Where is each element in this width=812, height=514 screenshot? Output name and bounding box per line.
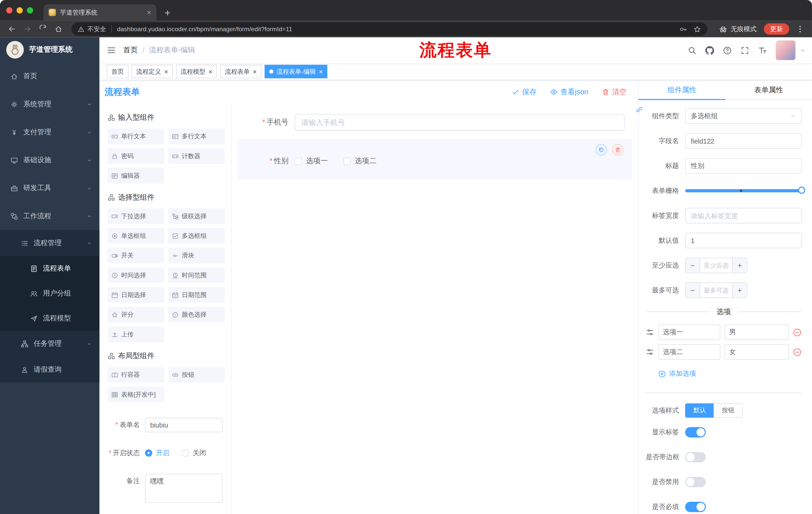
sidebar-item-task-management[interactable]: 任务管理	[0, 331, 99, 357]
browser-home-button[interactable]	[52, 22, 65, 36]
sidebar-item-leave-query[interactable]: 请假查询	[0, 357, 99, 382]
view-tag-process-form-edit[interactable]: 流程表单-编辑×	[265, 65, 328, 78]
title-input[interactable]	[685, 158, 802, 174]
max-decrease-button[interactable]: −	[686, 283, 700, 297]
form-name-input[interactable]	[145, 418, 223, 432]
drag-handle[interactable]	[646, 348, 654, 356]
save-button[interactable]: 保存	[512, 87, 536, 97]
breadcrumb-home[interactable]: 首页	[123, 46, 138, 55]
component-chip-row-container[interactable]: 行容器	[108, 367, 164, 382]
sidebar-item-system-management[interactable]: 系统管理	[0, 90, 99, 118]
component-chip-color-picker[interactable]: 颜色选择	[168, 307, 225, 322]
sidebar-item-process-model[interactable]: 流程模型	[0, 306, 99, 331]
min-decrease-button[interactable]: −	[686, 258, 700, 273]
component-chip-switch[interactable]: 开关	[108, 248, 164, 263]
close-window-button[interactable]	[6, 7, 12, 13]
slider-handle[interactable]	[798, 187, 805, 194]
toggle-required[interactable]	[685, 502, 706, 512]
component-chip-slider[interactable]: 滑块	[168, 248, 225, 263]
toggle-border[interactable]	[685, 452, 706, 462]
component-chip-password[interactable]: 密码	[108, 148, 164, 164]
close-tag-icon[interactable]: ×	[319, 68, 323, 75]
default-value-input[interactable]	[685, 233, 802, 248]
option-style-default[interactable]: 默认	[685, 403, 714, 418]
phone-input[interactable]	[295, 114, 625, 131]
sidebar-item-payment-management[interactable]: 支付管理	[0, 118, 99, 146]
tab-component-props[interactable]: 组件属性	[638, 80, 725, 99]
status-radio-on[interactable]: 开启	[145, 449, 169, 458]
add-option-button[interactable]: 添加选项	[658, 369, 696, 378]
component-chip-checkbox-group[interactable]: 多选框组	[168, 228, 225, 244]
option-label-input[interactable]	[658, 324, 720, 340]
question-button[interactable]	[723, 46, 732, 55]
checkbox-box[interactable]	[343, 158, 351, 165]
form-remark-textarea[interactable]: 嘿嘿	[145, 474, 223, 503]
component-chip-counter[interactable]: 计数器	[168, 148, 225, 164]
back-button[interactable]	[5, 22, 19, 36]
field-name-input[interactable]	[685, 133, 802, 149]
tab-close-icon[interactable]: ×	[147, 9, 151, 16]
password-manager-icon[interactable]	[679, 25, 687, 33]
label-width-input[interactable]	[685, 208, 802, 223]
update-button[interactable]: 更新	[764, 23, 789, 35]
browser-tab[interactable]: 芋道管理系统 ×	[44, 4, 156, 21]
component-chip-radio-group[interactable]: 单选框组	[108, 228, 164, 244]
bookmark-icon[interactable]	[693, 25, 701, 33]
sidebar-item-infrastructure[interactable]: 基础设施	[0, 146, 99, 174]
fullscreen-button[interactable]	[741, 46, 749, 55]
component-chip-time-picker[interactable]: 时间选择	[108, 268, 164, 283]
browser-menu-button[interactable]	[793, 22, 807, 36]
tab-form-props[interactable]: 表单属性	[725, 80, 812, 99]
view-tag-process-form[interactable]: 流程表单×	[220, 65, 261, 78]
close-tag-icon[interactable]: ×	[164, 68, 168, 75]
component-chip-multi-text[interactable]: 多行文本	[168, 129, 225, 144]
component-chip-table[interactable]: 表格[开发中]	[108, 387, 164, 402]
option-value-input[interactable]	[725, 344, 789, 360]
option-value-input[interactable]	[725, 324, 789, 340]
component-chip-cascader[interactable]: 级联选择	[168, 209, 225, 224]
view-tag-process-definition[interactable]: 流程定义×	[132, 65, 173, 78]
option-label-input[interactable]	[658, 344, 720, 360]
component-chip-select[interactable]: 下拉选择	[108, 209, 164, 224]
component-chip-rate[interactable]: 评分	[108, 307, 164, 322]
option-style-button[interactable]: 按钮	[714, 403, 743, 418]
sidebar-item-dev-tools[interactable]: 研发工具	[0, 174, 99, 202]
component-chip-editor[interactable]: 编辑器	[108, 168, 164, 184]
sidebar-item-process-form[interactable]: 流程表单	[0, 256, 99, 281]
user-avatar[interactable]	[776, 40, 795, 60]
view-json-button[interactable]: 查看json	[550, 87, 588, 97]
doc-link-button[interactable]	[634, 104, 644, 114]
sidebar-toggle-button[interactable]	[99, 46, 123, 55]
canvas-field-gender[interactable]: *性别 选项一选项二	[238, 139, 632, 179]
component-chip-date-range[interactable]: 日期范围	[168, 287, 225, 303]
component-chip-button[interactable]: 按钮	[168, 367, 225, 382]
sidebar-item-home[interactable]: 首页	[0, 62, 99, 90]
max-increase-button[interactable]: +	[732, 283, 747, 297]
address-bar[interactable]: 不安全 dashboard.yudao.iocoder.cn/bpm/manag…	[71, 22, 707, 36]
drag-handle[interactable]	[646, 328, 654, 336]
close-tag-icon[interactable]: ×	[253, 68, 257, 75]
component-chip-date-picker[interactable]: 日期选择	[108, 287, 164, 303]
remove-option-button[interactable]	[793, 348, 802, 356]
duplicate-field-button[interactable]	[596, 144, 607, 155]
github-button[interactable]	[705, 46, 714, 55]
avatar-caret-icon[interactable]	[800, 48, 806, 53]
toggle-disabled[interactable]	[685, 477, 706, 487]
search-button[interactable]	[688, 46, 696, 55]
checkbox-option[interactable]: 选项一	[295, 156, 328, 166]
status-radio-off[interactable]: 关闭	[182, 449, 206, 458]
component-chip-single-text[interactable]: 单行文本	[108, 129, 164, 144]
toggle-show-label[interactable]	[685, 427, 706, 437]
reload-button[interactable]	[36, 22, 50, 36]
minimize-window-button[interactable]	[17, 7, 23, 13]
forward-button[interactable]	[21, 22, 34, 36]
view-tag-process-model[interactable]: 流程模型×	[176, 65, 217, 78]
clear-button[interactable]: 清空	[602, 87, 627, 97]
component-chip-upload[interactable]: 上传	[108, 327, 164, 342]
delete-field-button[interactable]	[612, 144, 623, 155]
maximize-window-button[interactable]	[27, 7, 33, 13]
checkbox-option[interactable]: 选项二	[343, 156, 377, 166]
view-tag-home[interactable]: 首页	[107, 65, 128, 78]
app-logo[interactable]: 芋道管理系统	[0, 37, 99, 62]
new-tab-button[interactable]: +	[165, 8, 170, 18]
